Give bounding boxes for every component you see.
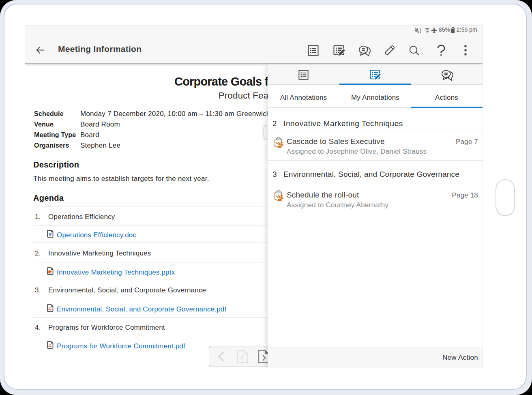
svg-text:W: W bbox=[49, 233, 52, 237]
